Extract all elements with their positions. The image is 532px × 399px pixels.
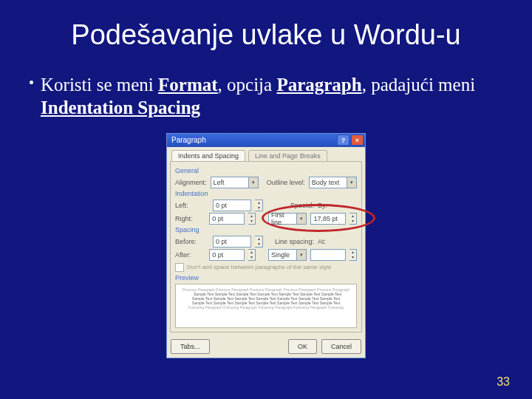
before-spinner[interactable]: ▴▾ bbox=[255, 236, 263, 248]
button-row: Tabs... OK Cancel bbox=[167, 335, 365, 358]
label-left: Left: bbox=[175, 202, 209, 209]
after-spinner[interactable]: ▴▾ bbox=[248, 249, 256, 261]
bullet-dot bbox=[30, 81, 33, 84]
checkbox-icon bbox=[175, 263, 184, 272]
section-indentation: Indentation bbox=[175, 190, 357, 197]
label-at: At: bbox=[318, 238, 332, 245]
tab-bar: Indents and Spacing Line and Page Breaks bbox=[167, 147, 365, 161]
right-input[interactable]: 0 pt bbox=[209, 213, 245, 225]
chevron-down-icon: ▾ bbox=[248, 177, 258, 188]
outline-combo[interactable]: Body text▾ bbox=[309, 177, 357, 188]
at-spinner[interactable]: ▴▾ bbox=[349, 249, 357, 261]
left-input[interactable]: 0 pt bbox=[213, 200, 251, 211]
before-input[interactable]: 0 pt bbox=[213, 236, 251, 248]
dialog-container: Paragraph ? × Indents and Spacing Line a… bbox=[0, 133, 532, 358]
at-input[interactable] bbox=[310, 249, 346, 261]
label-before: Before: bbox=[175, 238, 209, 245]
label-right: Right: bbox=[175, 215, 205, 222]
dialog-title: Paragraph bbox=[171, 136, 206, 144]
tabs-button[interactable]: Tabs... bbox=[171, 339, 210, 354]
help-button[interactable]: ? bbox=[337, 134, 349, 146]
bullet-text: Koristi se meni Format, opcija Paragraph… bbox=[41, 73, 502, 120]
close-button[interactable]: × bbox=[351, 134, 364, 146]
label-by: By: bbox=[318, 202, 332, 209]
tab-line-page-breaks[interactable]: Line and Page Breaks bbox=[248, 150, 327, 161]
label-special: Special: bbox=[267, 202, 314, 209]
label-outline: Outline level: bbox=[262, 179, 305, 186]
by-spinner[interactable]: ▴▾ bbox=[349, 213, 357, 225]
page-number: 33 bbox=[497, 375, 510, 389]
label-alignment: Alignment: bbox=[175, 179, 207, 186]
by-input[interactable]: 17,85 pt bbox=[310, 213, 346, 225]
ok-button[interactable]: OK bbox=[288, 339, 317, 354]
section-general: General bbox=[175, 167, 357, 174]
section-spacing: Spacing bbox=[175, 226, 357, 233]
preview-box: Previous Paragraph Previous Paragraph Pr… bbox=[175, 284, 357, 328]
label-after: After: bbox=[175, 251, 205, 259]
chevron-down-icon: ▾ bbox=[296, 250, 306, 260]
section-preview: Preview bbox=[175, 274, 357, 282]
right-spinner[interactable]: ▴▾ bbox=[248, 213, 256, 225]
tab-indents-spacing[interactable]: Indents and Spacing bbox=[171, 150, 245, 161]
slide-title: Podešavanje uvlake u Wordu-u bbox=[0, 0, 532, 60]
chevron-down-icon: ▾ bbox=[296, 214, 306, 224]
label-linespacing: Line spacing: bbox=[267, 238, 314, 245]
special-combo[interactable]: First line▾ bbox=[268, 213, 307, 225]
left-spinner[interactable]: ▴▾ bbox=[255, 200, 263, 211]
chevron-down-icon: ▾ bbox=[347, 177, 356, 188]
after-input[interactable]: 0 pt bbox=[209, 249, 245, 261]
slide-body: Koristi se meni Format, opcija Paragraph… bbox=[0, 60, 532, 120]
tab-content: General Alignment: Left▾ Outline level: … bbox=[170, 161, 362, 332]
paragraph-dialog: Paragraph ? × Indents and Spacing Line a… bbox=[166, 133, 366, 358]
alignment-combo[interactable]: Left▾ bbox=[211, 177, 259, 188]
bullet-item: Koristi se meni Format, opcija Paragraph… bbox=[30, 73, 502, 120]
cancel-button[interactable]: Cancel bbox=[321, 339, 361, 354]
linespacing-combo[interactable]: Single▾ bbox=[268, 249, 307, 261]
dialog-titlebar[interactable]: Paragraph ? × bbox=[167, 134, 365, 147]
checkbox-row[interactable]: Don't add space between paragraphs of th… bbox=[175, 263, 357, 272]
